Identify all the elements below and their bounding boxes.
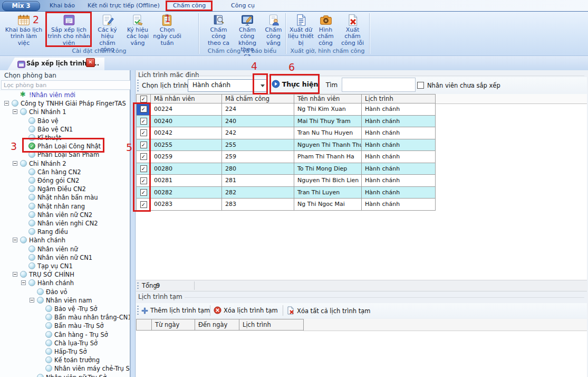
tree-item[interactable]: Nhân viên nữ CN1 [0,253,130,262]
tree-item[interactable]: Nhân viên nghỉ CN2 [0,219,130,228]
tree-item[interactable]: Ngâm Điều CN2 [0,185,130,193]
search-input[interactable] [342,78,416,92]
menu-tab-2[interactable]: Kết nối trực tiếp (Offline) [84,0,163,11]
row-checkbox[interactable]: ✓ [140,165,147,172]
ribbon-button-cac-ky-hieu-cham-cong[interactable]: Các ký hiệu chấm công [93,13,122,48]
tree-item[interactable]: Bẩn màu -Trụ Sở [0,322,130,330]
column-header[interactable]: Lịch trình [362,95,436,103]
tree-expander-icon[interactable] [13,161,17,166]
execute-button[interactable]: Thực hiện [271,76,319,93]
tree-item[interactable]: Rang điều [0,228,130,236]
tree-item[interactable]: Chà lụa-Trụ Sở [0,339,130,347]
ribbon-button-cham-cong-theo-ca[interactable]: Chấm công theo ca [205,13,233,48]
tree-item[interactable]: Nhặt nhân rang [0,202,130,211]
table-row[interactable]: ✓00224224Ng Thi Kim XuanHành chánh [137,103,436,116]
tree-item[interactable]: Nhân viên nữ CN2 [0,211,130,219]
tree-item[interactable]: Nhân viên nữ [0,245,130,253]
ribbon-button-ky-hieu-cac-loai-vang[interactable]: Ký hiệu các loại vắng [123,13,152,48]
row-checkbox[interactable]: ✓ [140,177,147,184]
tree-item[interactable]: Chi Nhánh 2 [0,159,130,168]
tree-item[interactable]: Đảo vỏ [0,288,130,296]
close-tab-button[interactable]: ✕ [86,58,95,67]
tree-expander-icon[interactable] [13,272,17,277]
ribbon-button-cham-cong-vang[interactable]: Chấm công vắng [262,13,285,48]
panel-splitter[interactable] [130,70,136,377]
row-checkbox[interactable]: ✓ [140,106,147,112]
column-header[interactable]: Mã nhân viên [151,95,222,103]
ribbon-button-cham-cong-khong-theo-ca[interactable]: Chấm công không theo ca [233,13,262,48]
table-row[interactable]: ✓00242242Tran Nu Thu HuyenHành chánh [137,127,436,139]
table-row[interactable]: ✓00280280To Thi Mong DiepHành chánh [137,163,436,175]
column-header[interactable]: Từ ngày [152,319,195,331]
app-menu-button[interactable]: Mix 3 [2,1,40,11]
tree-expander-icon[interactable] [4,101,9,106]
find-button[interactable]: Tìm [323,78,341,92]
chevron-down-icon[interactable] [261,84,265,87]
ribbon-button-hinh-cham-cong[interactable]: Hình chấm công [315,13,336,48]
column-header[interactable]: Tên nhân viên [294,95,362,103]
tree-item[interactable]: ✓Phân Loại Công Nhật [0,142,130,150]
tree-item[interactable]: Bảo vệ [0,117,130,125]
row-checkbox[interactable]: ✓ [140,129,147,136]
tree-item[interactable]: ✱!Nhân viên mới [0,91,130,99]
table-row[interactable]: ✓00283283Ng Thi Ngoc MaiHành chánh [137,199,436,211]
menu-tab-3[interactable]: Chấm công [170,0,209,11]
ribbon-button-khai-bao-lich-trinh[interactable]: Khai báo lịch trình làm việc [1,13,46,48]
table-row[interactable]: ✓00281281Nguyen Thi Bich LienHành chánh [137,175,436,187]
tree-item[interactable]: TRỤ SỞ CHÍNH [0,270,130,279]
row-checkbox[interactable]: ✓ [140,142,147,148]
ribbon-button-chon-ngay-cuoi-tuan[interactable]: Chọn ngày cuối tuần [153,13,181,48]
unassigned-checkbox[interactable] [417,82,424,89]
tree-item[interactable]: Kĩ thuật [0,134,130,142]
column-header[interactable]: Đến ngày [195,319,239,331]
tree-expander-icon[interactable] [13,238,17,242]
column-header[interactable]: Lịch trình [239,319,304,331]
tree-item[interactable]: Nhân viên máy chẻ-Trụ Sở [0,364,130,373]
ribbon-button-xuat-cham-cong-loi[interactable]: Xuất chấm công lỗi [337,13,368,48]
tree-item[interactable]: Kế toán trưởng [0,356,130,364]
table-row[interactable]: ✓00255255Nguyen Thi Thanh ThuyHành chánh [137,139,436,152]
tree-item[interactable]: Bảo vệ -Trụ Sở [0,305,130,313]
tree-item-label: Nhân viên nữ CN1 [37,253,92,262]
tree-expander-icon[interactable] [30,298,34,303]
tree-item[interactable]: Hấp-Trụ Sở [0,347,130,356]
tree-expander-icon[interactable] [13,109,17,114]
tree-item[interactable]: Chi Nhánh 1 [0,108,130,116]
delete-temp-schedule-button[interactable]: Xóa lịch trình tạm [214,306,278,314]
toolbar-grip[interactable] [137,80,139,91]
department-filter-input[interactable] [1,80,133,90]
toolbar-grip[interactable] [137,306,139,315]
tree-item[interactable]: Bảo vệ CN1 [0,125,130,134]
tree-item[interactable]: Bẩn màu nhân trắng-CN1 [0,313,130,322]
row-checkbox[interactable]: ✓ [140,189,147,196]
table-row[interactable]: ✓00282282Tran Thi LuyenHành chánh [137,187,436,199]
menu-tab-4[interactable]: Công cụ [228,0,258,11]
schedule-combobox[interactable]: Hành chánh [188,79,268,92]
tree-item[interactable]: Hành chánh [0,236,130,244]
tree-expander-icon[interactable] [21,280,26,285]
row-checkbox[interactable]: ✓ [140,153,147,160]
table-row[interactable]: ✓00240240Mai Thi Thuy TramHành chánh [137,116,436,128]
table-row[interactable]: ✓00259259Pham Thi Thanh HaHành chánh [137,151,436,163]
menu-tab-1[interactable]: Khai báo [46,0,78,11]
delete-all-temp-schedule-button[interactable]: Xóa tất cả lịch trình tạm [286,306,370,315]
row-checkbox[interactable]: ✓ [140,118,147,125]
tree-item[interactable]: Tạp vụ CN1 [0,262,130,270]
ribbon-button-xuat-du-lieu-thiet-bi[interactable]: Xuất dữ liệu thiết bị [287,13,314,48]
tree-item[interactable]: Nhân viên nam [0,296,130,305]
tree-item[interactable]: Nhặt nhân bẩn màu [0,193,130,202]
department-sphere-icon [45,314,52,321]
ribbon-button-sap-xep-lich-trinh[interactable]: Sắp xếp lịch trình cho nhân viên [46,13,91,48]
select-all-checkbox[interactable]: ✓ [140,96,147,102]
tree-item[interactable]: Công ty TNHH Giải Pháp FingerTAS [0,99,130,108]
add-temp-schedule-button[interactable]: Thêm lịch trình tạm [141,307,210,314]
tree-item[interactable]: Nhân viên nữ-Trụ Sở [0,373,130,377]
tree-item[interactable]: Cân hàng CN2 [0,168,130,176]
tree-item[interactable]: Đóng gói CN2 [0,176,130,185]
tree-item[interactable]: Hành chánh [0,279,130,287]
column-header[interactable] [137,319,152,331]
tree-item[interactable]: Cân hàng - Trụ Sở [0,331,130,339]
column-header[interactable]: Mã chấm công [222,95,294,103]
tree-item[interactable]: Phân Loại Sản Phẩm [0,150,130,159]
row-checkbox[interactable]: ✓ [140,201,147,208]
